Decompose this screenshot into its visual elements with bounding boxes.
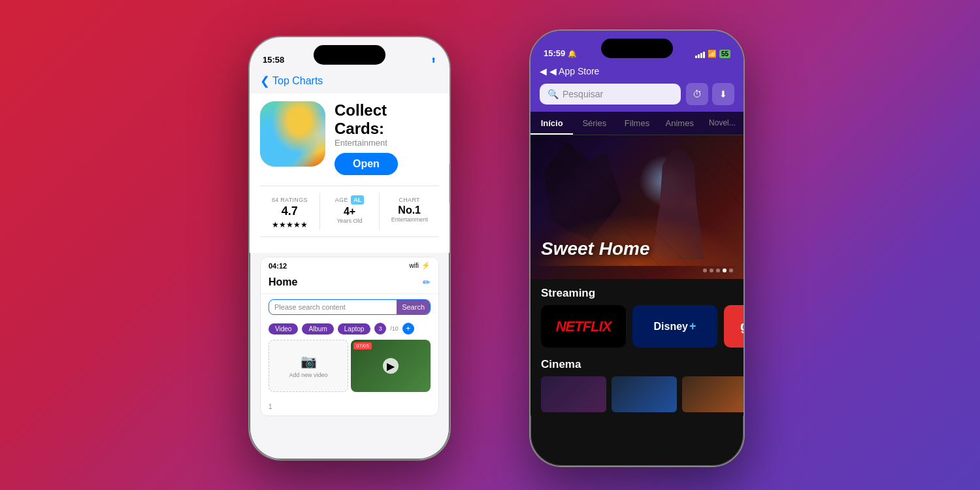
tab-animes-label: Animes bbox=[666, 118, 694, 128]
app-store-label: ◀ App Store bbox=[549, 66, 599, 76]
disney-logo: Disney+ bbox=[654, 319, 696, 333]
search-placeholder-right: Pesquisar bbox=[563, 89, 603, 99]
app-store-nav[interactable]: ◀ ◀ App Store bbox=[531, 62, 743, 83]
tab-bar-right: Início Séries Filmes Animes Novel... bbox=[531, 112, 743, 135]
tag-count: 3 bbox=[374, 323, 386, 335]
app-icon bbox=[260, 101, 325, 167]
glo-logo: glo bbox=[740, 319, 743, 334]
media-cell-soccer[interactable]: 07/05 ▶ bbox=[351, 340, 431, 392]
tab-animes[interactable]: Animes bbox=[659, 112, 701, 135]
rating-count-label: 64 RATINGS bbox=[272, 197, 308, 203]
tab-series[interactable]: Séries bbox=[573, 112, 615, 135]
disney-card[interactable]: Disney+ bbox=[632, 305, 717, 348]
tab-filmes-label: Filmes bbox=[625, 118, 649, 128]
preview-title: Home bbox=[269, 276, 297, 288]
bell-icon: 🔔 bbox=[568, 44, 577, 58]
phones-container: 15:58 ⬆ ❮ Top Charts Collect Cards: Ente… bbox=[196, 16, 784, 474]
dynamic-island-left bbox=[314, 45, 385, 65]
tag-album[interactable]: Album bbox=[302, 323, 333, 335]
wifi-icon-right: 📶 bbox=[708, 50, 717, 58]
preview-search-input[interactable]: Please search content bbox=[269, 300, 397, 314]
glo-card[interactable]: glo bbox=[724, 305, 743, 348]
app-detail: Collect Cards: Entertainment Open 64 RAT… bbox=[250, 93, 449, 253]
preview-time: 04:12 bbox=[269, 262, 287, 270]
preview-battery-indicator: ⚡ bbox=[421, 261, 431, 270]
search-field-right[interactable]: 🔍 Pesquisar bbox=[540, 84, 681, 105]
streaming-title: Streaming bbox=[531, 279, 743, 305]
phone-left: 15:58 ⬆ ❮ Top Charts Collect Cards: Ente… bbox=[248, 36, 451, 461]
battery-right: 55 bbox=[719, 50, 730, 58]
app-name: Collect Cards: bbox=[335, 101, 439, 138]
tag-plus-btn[interactable]: + bbox=[402, 323, 414, 335]
tag-laptop[interactable]: Laptop bbox=[338, 323, 371, 335]
scroll-indicator-left bbox=[449, 164, 451, 203]
back-label-left: Top Charts bbox=[272, 75, 323, 87]
tab-inicio[interactable]: Início bbox=[531, 112, 573, 135]
chart-label: CHART bbox=[399, 197, 420, 203]
age-label: AGE bbox=[335, 197, 348, 203]
preview-wifi-icon: wifi bbox=[410, 262, 419, 269]
hero-banner: Sweet Home bbox=[531, 135, 743, 279]
cinema-thumb-1[interactable] bbox=[541, 376, 606, 412]
phone-right: 15:59 🔔 📶 55 ◀ ◀ App Store 🔍 Pes bbox=[529, 29, 745, 467]
location-icon: ⬆ bbox=[431, 56, 436, 65]
back-arrow-right[interactable]: ◀ bbox=[540, 66, 547, 76]
cinema-thumb-3[interactable] bbox=[682, 376, 743, 412]
back-chevron-icon: ❮ bbox=[260, 74, 270, 88]
age-value: 4+ bbox=[323, 206, 377, 218]
search-bar-right: 🔍 Pesquisar ⏱ ⬇ bbox=[531, 83, 743, 112]
app-preview: 04:12 wifi ⚡ Home ✏ Please search conten… bbox=[260, 257, 439, 416]
tag-count-slash: /10 bbox=[390, 325, 399, 332]
netflix-logo: NETFLIX bbox=[556, 318, 612, 335]
add-video-label: Add new video bbox=[289, 372, 327, 378]
tab-filmes[interactable]: Filmes bbox=[615, 112, 658, 135]
time-left: 15:58 bbox=[263, 50, 284, 65]
age-badge: AL bbox=[351, 195, 364, 204]
cinema-title: Cinema bbox=[531, 355, 743, 376]
hero-dots bbox=[703, 269, 733, 272]
rating-value: 4.7 bbox=[263, 204, 317, 218]
play-button-overlay[interactable]: ▶ bbox=[383, 358, 399, 374]
download-icon-btn[interactable]: ⬇ bbox=[712, 83, 734, 105]
search-magnifier-icon: 🔍 bbox=[547, 89, 559, 99]
tab-series-label: Séries bbox=[582, 118, 606, 128]
media-cell-camera[interactable]: 📷 Add new video bbox=[269, 340, 348, 392]
back-btn-left[interactable]: ❮ Top Charts bbox=[260, 74, 323, 88]
history-icon-btn[interactable]: ⏱ bbox=[686, 83, 708, 105]
chart-value: No.1 bbox=[382, 204, 436, 216]
tab-inicio-label: Início bbox=[541, 118, 563, 128]
age-sub: Years Old bbox=[323, 218, 377, 224]
open-button[interactable]: Open bbox=[335, 153, 398, 175]
edit-icon[interactable]: ✏ bbox=[423, 277, 431, 287]
chart-sub: Entertainment bbox=[382, 216, 436, 223]
stars: ★★★★★ bbox=[272, 220, 308, 229]
app-stats: 64 RATINGS 4.7 ★★★★★ AGE AL 4+ Years Old… bbox=[260, 186, 439, 237]
app-category: Entertainment bbox=[335, 138, 439, 148]
preview-search-btn[interactable]: Search bbox=[397, 300, 430, 314]
tab-novel[interactable]: Novel... bbox=[701, 112, 743, 135]
cell-number: 1 bbox=[269, 403, 272, 410]
camera-icon: 📷 bbox=[301, 353, 317, 369]
cinema-thumb-2[interactable] bbox=[612, 376, 677, 412]
cinema-section: Cinema bbox=[531, 355, 743, 416]
streaming-section: Streaming NETFLIX Disney+ glo bbox=[531, 279, 743, 355]
hero-title: Sweet Home bbox=[541, 238, 650, 259]
time-right: 15:59 bbox=[544, 43, 565, 58]
video-date-badge: 07/05 bbox=[353, 342, 372, 350]
nav-bar-left[interactable]: ❮ Top Charts bbox=[250, 69, 449, 93]
app-info: Collect Cards: Entertainment Open bbox=[335, 101, 439, 175]
netflix-card[interactable]: NETFLIX bbox=[541, 305, 626, 348]
tag-video[interactable]: Video bbox=[269, 323, 298, 335]
tab-novel-label: Novel... bbox=[709, 118, 736, 127]
dynamic-island-right bbox=[601, 39, 673, 58]
